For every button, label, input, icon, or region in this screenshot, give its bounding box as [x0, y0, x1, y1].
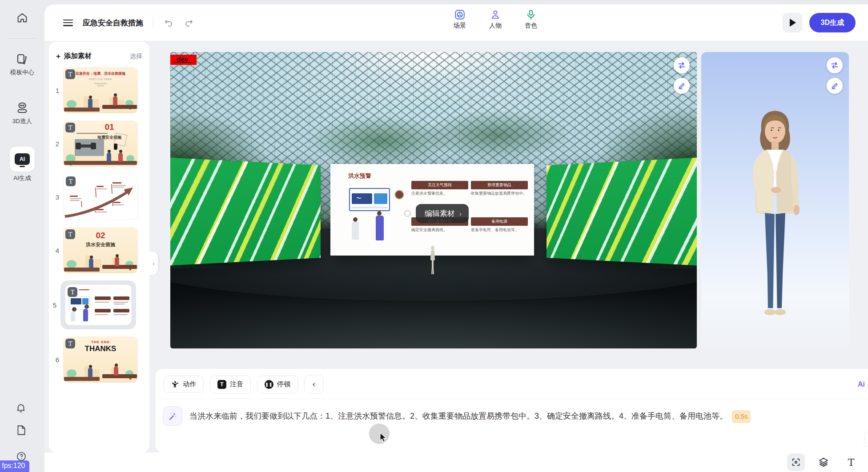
- notifications-button[interactable]: [15, 402, 27, 414]
- topbar: 应急安全自救措施 场景 人物: [44, 4, 868, 41]
- script-text[interactable]: 当洪水来临前，我们要做到以下几点：1、注意洪水预警信息。2、收集重要物品放置易携…: [189, 406, 751, 423]
- slide-thumbnail-2[interactable]: T 01 地震安全措施: [63, 120, 138, 167]
- edit-anchor-dot: [404, 210, 411, 217]
- slide-screen-illustration: [341, 185, 408, 243]
- project-title: 应急安全自救措施: [83, 18, 143, 28]
- scene-icon: [454, 9, 466, 20]
- phonetic-label: 注音: [230, 380, 243, 388]
- person-icon: [490, 9, 501, 20]
- edit-material-button[interactable]: 编辑素材 ›: [416, 204, 469, 223]
- text-layer-badge: T: [68, 287, 77, 297]
- ai-logo: Ai: [858, 380, 865, 388]
- slide-thumbnail-5[interactable]: T: [65, 284, 132, 325]
- slide-illustration: [63, 149, 138, 167]
- action-button[interactable]: 动作: [164, 376, 204, 393]
- panel-collapse-button[interactable]: ‹: [149, 252, 158, 275]
- play-button[interactable]: [783, 13, 802, 32]
- document-button[interactable]: [16, 424, 27, 436]
- magic-wand-button[interactable]: [163, 406, 182, 426]
- sidebar-item-label: AI生成: [13, 174, 31, 182]
- slide-title: 洪水安全措施: [63, 241, 138, 248]
- script-panel: 动作 T 注音 ❚❚ 停顿 ‹ Ai 帮我写 ⌄ 当洪水来: [156, 369, 868, 452]
- main-window: 应急安全自救措施 场景 人物: [44, 4, 868, 472]
- menu-icon[interactable]: [63, 20, 73, 26]
- left-rail: 模板中心 3D造人 AI AI生成 fps:120: [0, 0, 44, 472]
- tab-voice[interactable]: 音色: [525, 9, 537, 30]
- swap-icon: [830, 61, 839, 70]
- text-tool-button[interactable]: T: [842, 453, 860, 471]
- slide-item-3: 3 T: [52, 174, 145, 220]
- sidebar-item-template-center[interactable]: 模板中心: [0, 52, 44, 76]
- slide-thumbnail-4[interactable]: T 02 洪水安全措施: [63, 227, 138, 273]
- slide-illustration: [63, 96, 138, 113]
- action-person-icon: [171, 380, 179, 388]
- assets-panel: + 添加素材 选择 1 T 应急安全：地震、洪水自救措施 SUBTITLE HE…: [49, 42, 149, 452]
- pause-button[interactable]: ❚❚ 停顿: [257, 376, 298, 393]
- focus-view-button[interactable]: [787, 453, 805, 471]
- avatar-panel[interactable]: [701, 52, 849, 348]
- ai-write-dropdown[interactable]: Ai 帮我写 ⌄: [858, 380, 868, 388]
- tab-scene[interactable]: 场景: [454, 9, 466, 30]
- slide-thumbnail-6[interactable]: T THE END THANKS: [63, 336, 138, 383]
- script-toolbar: 动作 T 注音 ❚❚ 停顿 ‹ Ai 帮我写 ⌄: [156, 369, 868, 399]
- slide-illustration: [63, 256, 138, 273]
- home-icon: [16, 12, 28, 24]
- focus-frame-icon: [791, 457, 801, 467]
- pencil-icon: [678, 82, 686, 90]
- text-layer-badge: T: [66, 176, 76, 186]
- home-button[interactable]: [0, 12, 44, 24]
- slide-box-1: 关注天气预报 注意洪水预警信息。: [411, 181, 468, 196]
- slide-number: 1: [52, 87, 63, 94]
- slide-item-6: 6 T THE END THANKS: [52, 336, 145, 383]
- slide-item-4: 4 T 02 洪水安全措施: [52, 227, 145, 273]
- chevron-right-icon: ›: [459, 210, 462, 217]
- ai-generate-chip: AI: [10, 147, 35, 172]
- select-link[interactable]: 选择: [130, 52, 142, 60]
- text-layer-badge: T: [65, 69, 75, 79]
- collapse-toolbar-button[interactable]: ‹: [304, 375, 324, 393]
- sidebar-item-3d-human[interactable]: 3D造人: [0, 101, 44, 125]
- mouse-cursor: [379, 432, 387, 443]
- phonetic-button[interactable]: T 注音: [210, 376, 251, 393]
- text-tool-icon: T: [848, 457, 855, 468]
- slide-number: 3: [52, 193, 63, 201]
- phonetic-icon: T: [217, 380, 226, 389]
- action-label: 动作: [183, 380, 196, 388]
- slide-illustration: [63, 365, 138, 383]
- replace-avatar-button[interactable]: [827, 57, 843, 73]
- assets-panel-title: 添加素材: [64, 52, 130, 61]
- add-icon[interactable]: +: [56, 52, 60, 61]
- chevron-left-icon: ‹: [313, 380, 315, 389]
- digital-human-avatar: [724, 104, 826, 340]
- redo-icon[interactable]: [184, 17, 194, 28]
- tab-label: 场景: [454, 22, 466, 30]
- slide-thumbnail-3[interactable]: T: [63, 174, 138, 220]
- mode-tabs: 场景 人物 音色: [454, 9, 537, 30]
- swap-icon: [677, 61, 686, 70]
- play-icon: [790, 19, 796, 27]
- tab-character[interactable]: 人物: [489, 9, 502, 30]
- slide-number: 2: [52, 140, 63, 148]
- undo-icon[interactable]: [163, 17, 174, 28]
- edit-avatar-button[interactable]: [827, 78, 843, 94]
- text-layer-badge: T: [65, 123, 75, 132]
- edit-material-label: 编辑素材: [425, 208, 455, 219]
- magic-wand-icon: [168, 411, 177, 421]
- replace-scene-button[interactable]: [674, 57, 690, 73]
- layers-button[interactable]: [815, 453, 832, 471]
- template-icon: [16, 52, 29, 66]
- pause-duration-badge[interactable]: 0.5s: [732, 410, 751, 423]
- tab-label: 音色: [525, 22, 537, 30]
- sidebar-item-ai-generate[interactable]: AI AI生成: [0, 147, 44, 182]
- text-layer-badge: T: [65, 229, 75, 239]
- generate-3d-button[interactable]: 3D生成: [809, 13, 856, 32]
- edit-scene-button[interactable]: [674, 78, 690, 94]
- topbar-divider: [153, 17, 153, 28]
- slide-number: 4: [52, 247, 63, 254]
- scene-canvas[interactable]: 洪水预警 关注天气预报 注意洪水预警信息。 整理重要物品 收集重要物品放置易携带…: [170, 52, 697, 348]
- preview-audio-button[interactable]: 试听: [864, 432, 868, 446]
- text-layer-badge: T: [65, 339, 75, 348]
- robot-icon: [16, 101, 29, 115]
- slide-thumbnail-1[interactable]: T 应急安全：地震、洪水自救措施 SUBTITLE HERE: [63, 67, 138, 113]
- slide-number: 5: [49, 301, 60, 309]
